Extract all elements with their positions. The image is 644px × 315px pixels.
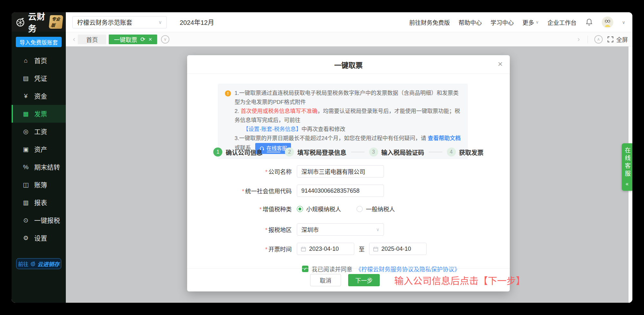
tabs-scroll-left-icon[interactable]: ‹ — [70, 35, 78, 44]
sidebar-item-voucher[interactable]: ▤ 凭证 — [12, 69, 66, 87]
step-verify-code: 3 输入税局验证码 — [369, 147, 424, 157]
online-support-tab[interactable]: 在线客服 « — [622, 143, 632, 191]
radio-label: 一般纳税人 — [366, 205, 395, 213]
tab-one-key-invoice[interactable]: 一键取票 ⟳ × — [109, 35, 157, 44]
notice-line-2: 2. 首次使用或税务信息填写不准确，均需要认证税局登录账号后，才能使用一键取票功… — [235, 107, 461, 125]
date-to-value: 2025-04-10 — [381, 246, 411, 252]
tax-region-label: *报税地区 — [187, 225, 297, 234]
date-from-value: 2023-04-10 — [309, 246, 339, 252]
cancel-button[interactable]: 取消 — [310, 274, 341, 286]
steps-indicator: 1 确认公司信息 2 填写税局登录信息 3 输入税局验证码 — [187, 147, 510, 157]
required-asterisk: * — [265, 227, 267, 233]
sidebar-item-funds[interactable]: ¥ 资金 — [12, 87, 66, 105]
tab-label: 一键取票 — [114, 35, 137, 44]
sidebar: 云财务 专业版 导入免费版账套 ⌂ 首页 ▤ 凭证 ¥ 资金 ▦ 发票 ◎ — [12, 12, 66, 303]
company-name-input[interactable] — [297, 165, 384, 178]
sidebar-item-assets[interactable]: ▣ 资产 — [12, 140, 66, 158]
sidebar-item-label: 发票 — [34, 109, 47, 118]
refresh-icon[interactable]: ⟳ — [140, 36, 145, 42]
fullscreen-control[interactable]: 全屏 — [607, 35, 628, 44]
sidebar-nav: ⌂ 首页 ▤ 凭证 ¥ 资金 ▦ 发票 ◎ 工资 ▣ 资产 — [12, 52, 66, 247]
lemon-logo-icon — [15, 16, 26, 27]
step-get-invoices: 4 获取发票 — [447, 147, 484, 157]
sidebar-item-label: 凭证 — [34, 74, 47, 83]
learning-center-link[interactable]: 学习中心 — [490, 18, 514, 26]
notice-line-1: 1.一键取票通过直连税局获取电子税局里税务数字账户中的发票数据（含商品明细）和发… — [235, 89, 461, 107]
date-from-picker[interactable]: 2023-04-10 — [297, 243, 354, 255]
tab-list-dropdown-icon[interactable]: ∨ — [161, 35, 169, 44]
chevron-down-icon: ∨ — [536, 20, 539, 25]
tax-region-value: 深圳市 — [301, 225, 319, 234]
notification-bell-icon[interactable] — [585, 18, 593, 26]
collapse-left-icon: « — [626, 180, 629, 188]
chevron-down-icon[interactable]: ∨ — [622, 20, 625, 25]
more-menu[interactable]: 更多 ∨ — [522, 18, 539, 26]
radio-label: 小规模纳税人 — [306, 205, 341, 213]
enterprise-workspace-link[interactable]: 企业工作台 — [548, 18, 577, 26]
logo: 云财务 专业版 — [12, 12, 66, 32]
label-text: 统一社会信用代码 — [245, 188, 292, 195]
sidebar-item-salary[interactable]: ◎ 工资 — [12, 123, 66, 140]
sidebar-item-reports[interactable]: ▥ 报表 — [12, 194, 66, 211]
step-label: 确认公司信息 — [226, 148, 262, 157]
close-icon[interactable]: × — [498, 60, 503, 68]
tax-region-select[interactable]: 深圳市 ∨ — [297, 223, 384, 236]
date-to-picker[interactable]: 2025-04-10 — [369, 243, 427, 255]
account-set-select[interactable]: 柠檬云财务示范账套 ∨ — [72, 16, 167, 28]
required-asterisk: * — [265, 169, 267, 175]
step-number: 3 — [369, 147, 378, 157]
notice-line2-num: 2. — [235, 108, 239, 114]
sidebar-item-home[interactable]: ⌂ 首页 — [12, 52, 66, 69]
step-number: 2 — [285, 147, 294, 157]
step-number: 1 — [213, 147, 222, 157]
tabs-scroll-right-icon[interactable]: › — [575, 35, 582, 44]
step-tax-login: 2 填写税局登录信息 — [285, 147, 346, 157]
label-text: 增值税种类 — [263, 206, 292, 213]
sidebar-item-books[interactable]: ◫ 账簿 — [12, 176, 66, 194]
help-doc-link[interactable]: 查看帮助文档 — [428, 135, 461, 141]
sidebar-item-label: 期末结转 — [34, 162, 60, 172]
radio-icon — [357, 206, 363, 212]
radio-small-scale-taxpayer[interactable]: 小规模纳税人 — [297, 205, 341, 213]
user-avatar[interactable] — [602, 16, 613, 28]
more-label: 更多 — [522, 18, 534, 26]
sidebar-item-label: 设置 — [34, 233, 47, 243]
close-tab-icon[interactable]: × — [148, 36, 152, 42]
one-key-invoice-modal: 一键取票 × ! 1.一键取票通过直连税局获取电子税局里税务数字账户中的发票数据… — [187, 55, 510, 291]
sidebar-item-carryover[interactable]: % 期末结转 — [12, 158, 66, 176]
sidebar-item-invoice[interactable]: ▦ 发票 — [12, 105, 66, 123]
tab-home[interactable]: 首页 — [78, 35, 106, 44]
step-connector — [267, 152, 280, 152]
step-label: 获取发票 — [459, 148, 484, 157]
company-name-label: *公司名称 — [187, 167, 297, 176]
app-window: 云财务 专业版 导入免费版账套 ⌂ 首页 ▤ 凭证 ¥ 资金 ▦ 发票 ◎ — [12, 12, 632, 303]
calendar-icon — [373, 246, 378, 252]
label-text: 报税地区 — [268, 227, 292, 233]
sidebar-item-label: 资金 — [34, 91, 47, 101]
salary-icon: ◎ — [22, 128, 30, 135]
notice-line-3: 【设置-账套-税务信息】中再次查看和修改 — [235, 125, 461, 134]
next-step-button[interactable]: 下一步 — [348, 274, 380, 286]
chevron-down-icon: ∨ — [376, 227, 379, 232]
sidebar-item-one-key-tax[interactable]: ⊙ 一键报税 — [12, 211, 66, 229]
sidebar-item-label: 资产 — [34, 145, 47, 154]
content-area: 在线客服 « 一键取票 × ! 1.一键取票通过直连税局获取电子税局里税务数字账… — [66, 46, 632, 303]
step-label: 输入税局验证码 — [381, 148, 424, 157]
sidebar-item-label: 一键报税 — [34, 216, 60, 225]
goto-inventory-badge[interactable]: 前往 云进销存 — [16, 258, 61, 269]
sidebar-item-settings[interactable]: ⚙ 设置 — [12, 229, 66, 247]
import-free-account-button[interactable]: 导入免费版账套 — [16, 37, 62, 47]
collapse-up-icon[interactable]: ∧ — [594, 35, 603, 44]
support-tab-text: 在线客服 — [623, 147, 631, 178]
one-key-tax-icon: ⊙ — [22, 217, 30, 224]
notice-line3-rest: 中再次查看和修改 — [301, 126, 345, 132]
notice-line4-pre: 3.一键取票的开票日期最长不能超过24个月，如您在使用过程中有任何疑问，请 — [235, 135, 426, 141]
app-title: 云财务 — [28, 12, 47, 34]
help-center-link[interactable]: 帮助中心 — [458, 18, 482, 26]
credit-code-input[interactable] — [297, 185, 384, 197]
goto-free-version-link[interactable]: 前往财务免费版 — [409, 18, 450, 26]
pro-edition-badge: 专业版 — [49, 15, 63, 29]
radio-general-taxpayer[interactable]: 一般纳税人 — [357, 205, 395, 213]
step-confirm-company: 1 确认公司信息 — [213, 147, 262, 157]
main-area: 柠檬云财务示范账套 ∨ 2024年12月 前往财务免费版 帮助中心 学习中心 更… — [66, 12, 632, 303]
